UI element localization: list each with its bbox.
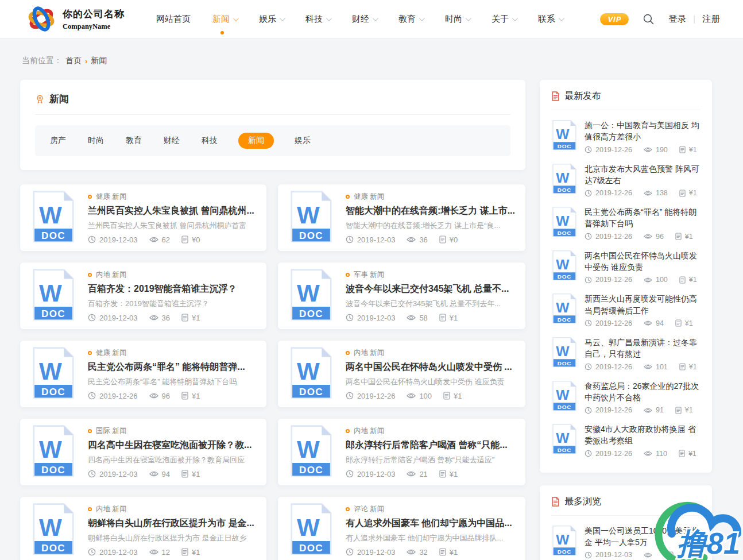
register-link[interactable]: 注册 [702,13,720,25]
news-title[interactable]: 两名中国公民在怀特岛火山喷发中受伤 ... [346,361,515,373]
list-item-body: 北京市发布大风蓝色预警 阵风可达7级左右 2019-12-26 138 ¥1 [585,163,701,198]
logo[interactable]: 你的公司名称 CompanyName [26,3,125,34]
nav-item[interactable]: 联系 [538,10,563,28]
news-card[interactable]: W DOC 评论 新闻 有人追求外国豪车 他们却宁愿为中国品... 有人追求外国… [278,497,525,560]
clock-icon [88,470,96,478]
news-title[interactable]: 百箱齐发：2019智能音箱谁主沉浮？ [88,283,256,295]
meta-row: 2019-12-26 100 ¥1 [346,392,515,400]
nav-item[interactable]: 教育 [398,10,423,28]
category-label: 评论 新闻 [354,504,384,514]
breadcrumb-home-link[interactable]: 首页 [65,56,82,66]
news-card[interactable]: W DOC 国际 新闻 四名高中生因在寝室吃泡面被开除？教... 四名高中生因在… [20,419,266,485]
meta-row: 2019-12-03 94 ¥1 [88,470,256,478]
price-text: ¥1 [689,146,697,154]
news-title[interactable]: 食药监总局：26家企业的27批次中药饮片不合格 [585,380,701,404]
news-title[interactable]: 智能大潮中的在线音频:增长乏力 谋上市... [346,205,515,217]
news-title[interactable]: 四名高中生因在寝室吃泡面被开除？教... [88,439,256,451]
news-card[interactable]: W DOC 内地 新闻 两名中国公民在怀特岛火山喷发中受伤 ... 两名中国公民… [278,341,525,407]
list-item[interactable]: W DOC 安徽4市人大政府政协将换届 省委派出考察组 2019-12-26 1… [551,423,701,458]
news-card[interactable]: W DOC 健康 新闻 民主党公布两条“罪名” 能将特朗普弹... 民主党公布两… [20,341,266,407]
news-title[interactable]: 波音今年以来已交付345架飞机 总量不... [346,283,515,295]
nav-item[interactable]: 娱乐 [259,10,284,28]
meta-row: 2019-12-03 21 ¥1 [346,470,515,478]
svg-text:DOC: DOC [41,465,65,476]
category-label: 内地 新闻 [354,426,384,436]
filter-tab[interactable]: 房产 [49,133,67,149]
breadcrumb-prefix: 当前位置： [22,56,62,66]
news-card[interactable]: W DOC 内地 新闻 郎永淳转行后常陪客户喝酒 曾称“只能... 郎永淳转行后… [278,419,525,485]
news-title[interactable]: 两名中国公民在怀特岛火山喷发中受伤 谁应负责 [585,250,701,273]
login-link[interactable]: 登录 [668,13,686,25]
list-item[interactable]: W DOC 马云、郭广昌最新演讲：过冬靠自己，只有熬过 2019-12-26 1… [551,337,701,371]
nav-item[interactable]: 新闻 [212,10,237,28]
nav-item[interactable]: 科技 [305,10,330,28]
section-header: 新闻 [35,92,510,115]
news-title[interactable]: 民主党公布两条“罪名” 能将特朗普弹... [88,361,256,373]
news-title[interactable]: 朝鲜将白头山所在行政区提升为市 是金... [88,517,256,530]
category-label: 军事 新闻 [354,270,384,280]
latest-posts-panel: 最新发布 W DOC 施一公：中国教育与美国相反 均值很高方差很小 2019-1… [540,80,712,473]
price-text: ¥0 [192,235,200,244]
filter-tab[interactable]: 教育 [125,133,143,149]
news-title[interactable]: 兰州民百实控人朱宝良被抓 曾问鼎杭州... [88,205,256,217]
news-card[interactable]: W DOC 军事 新闻 波音今年以来已交付345架飞机 总量不... 波音今年以… [278,262,525,329]
news-title[interactable]: 马云、郭广昌最新演讲：过冬靠自己，只有熬过 [585,337,701,360]
latest-posts-title: 最新发布 [564,90,601,102]
news-card[interactable]: W DOC 内地 新闻 朝鲜将白头山所在行政区提升为市 是金... 朝鲜将白头山… [20,497,266,560]
clock-icon [585,407,592,414]
clock-icon [346,470,354,478]
news-title[interactable]: 郎永淳转行后常陪客户喝酒 曾称“只能... [346,439,515,451]
svg-text:W: W [39,202,62,229]
news-title[interactable]: 新西兰火山再度喷发可能性仍高 当局暂缓善后工作 [585,293,701,316]
price-text: ¥1 [192,392,200,400]
card-body: 健康 新闻 民主党公布两条“罪名” 能将特朗普弹... 民主党公布两条“罪名” … [88,348,256,400]
filter-tab[interactable]: 科技 [200,133,219,149]
filter-tab[interactable]: 新闻 [238,133,274,149]
price-doc-icon [181,314,188,322]
search-icon[interactable] [643,13,655,25]
clock-icon [88,548,96,556]
news-title[interactable]: 北京市发布大风蓝色预警 阵风可达7级左右 [585,163,701,187]
word-doc-icon: W DOC [551,250,578,284]
list-item[interactable]: W DOC 两名中国公民在怀特岛火山喷发中受伤 谁应负责 2019-12-26 … [551,250,701,284]
sidebar: 最新发布 W DOC 施一公：中国教育与美国相反 均值很高方差很小 2019-1… [540,80,712,560]
chevron-down-icon [373,16,378,21]
word-doc-icon: W DOC [30,190,76,245]
list-item[interactable]: W DOC 北京市发布大风蓝色预警 阵风可达7级左右 2019-12-26 13… [551,163,701,198]
date-text: 2019-12-03 [357,314,396,322]
news-title[interactable]: 施一公：中国教育与美国相反 均值很高方差很小 [585,119,701,143]
news-title[interactable]: 安徽4市人大政府政协将换届 省委派出考察组 [585,423,701,447]
news-title[interactable]: 民主党公布两条“罪名” 能将特朗普弹劾下台吗 [585,206,701,230]
list-item[interactable]: W DOC 施一公：中国教育与美国相反 均值很高方差很小 2019-12-26 … [551,119,701,154]
price-doc-icon [439,470,446,478]
list-item[interactable]: W DOC 新西兰火山再度喷发可能性仍高 当局暂缓善后工作 2019-12-26… [551,293,701,327]
list-item-body: 食药监总局：26家企业的27批次中药饮片不合格 2019-12-26 91 ¥1 [585,380,701,415]
nav-item[interactable]: 时尚 [445,10,470,28]
word-doc-icon: W DOC [551,525,578,559]
category-label: 国际 新闻 [96,426,126,436]
news-card[interactable]: W DOC 健康 新闻 兰州民百实控人朱宝良被抓 曾问鼎杭州... 兰州民百实控… [20,184,266,251]
clock-icon [88,314,96,322]
nav-item[interactable]: 财经 [352,10,377,28]
filter-tab[interactable]: 财经 [162,133,181,149]
news-card[interactable]: W DOC 内地 新闻 百箱齐发：2019智能音箱谁主沉浮？ 百箱齐发：2019… [20,262,266,329]
nav-item-label: 娱乐 [259,14,276,25]
nav-item[interactable]: 关于 [492,10,516,28]
list-item[interactable]: W DOC 美国一公司送员工1000万美元奖金 平均一人拿5万 2019-12-… [551,525,701,559]
list-item[interactable]: W DOC 民主党公布两条“罪名” 能将特朗普弹劾下台吗 2019-12-26 … [551,206,701,241]
filter-tab[interactable]: 时尚 [87,133,105,149]
nav-item[interactable]: 网站首页 [156,10,191,28]
eye-icon [407,314,416,321]
vip-badge[interactable]: VIP [600,13,629,25]
list-item[interactable]: W DOC 食药监总局：26家企业的27批次中药饮片不合格 2019-12-26… [551,380,701,415]
news-card[interactable]: W DOC 健康 新闻 智能大潮中的在线音频:增长乏力 谋上市... 智能大潮中… [278,184,525,251]
news-excerpt: 民主党公布两条“罪名” 能将特朗普弹劾下台吗 [88,377,256,387]
news-title[interactable]: 有人追求外国豪车 他们却宁愿为中国品... [346,517,515,530]
news-title[interactable]: 美国一公司送员工1000万美元奖金 平均一人拿5万 [585,525,701,549]
news-excerpt: 两名中国公民在怀特岛火山喷发中受伤 谁应负责 [346,377,515,387]
category-dot-icon [346,273,350,277]
filter-tab[interactable]: 娱乐 [293,133,312,149]
price-doc-icon [439,314,446,322]
eye-icon [644,146,652,153]
price-doc-icon [439,548,446,556]
